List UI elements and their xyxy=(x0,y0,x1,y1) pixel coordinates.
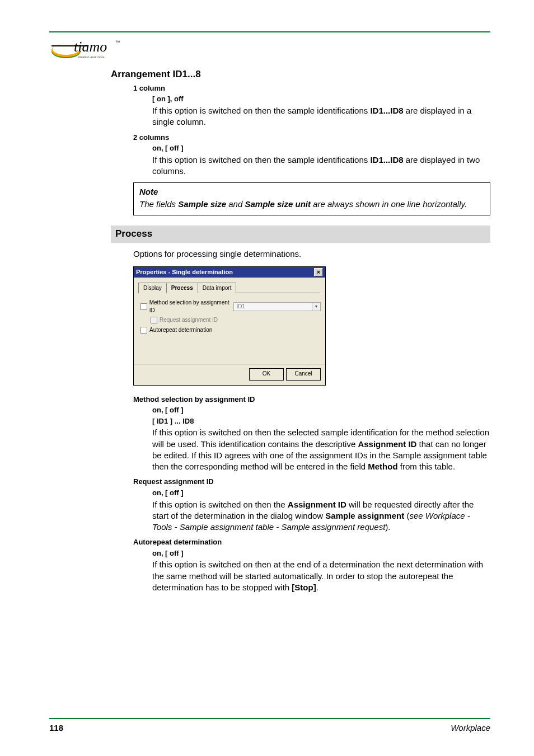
opt-1-column-body: If this option is switched on then the s… xyxy=(152,105,490,128)
note-bold: Sample size unit xyxy=(245,199,311,209)
close-icon[interactable]: × xyxy=(314,268,323,276)
checkbox-method-selection[interactable] xyxy=(140,303,147,310)
opt-msel-name: Method selection by assignment ID xyxy=(133,395,490,405)
opt-msel-range: [ ID1 ] ... ID8 xyxy=(152,416,490,426)
combo-value: ID1 xyxy=(236,303,245,309)
opt-req-state: on, [ off ] xyxy=(152,488,490,498)
page-footer: 118 Workplace xyxy=(49,718,490,734)
document-page: tiamo ™ titration and more Arrangement I… xyxy=(0,0,534,756)
note-box: Note The fields Sample size and Sample s… xyxy=(133,182,490,215)
chk-request-assignment-label: Request assignment ID xyxy=(160,316,218,324)
process-section-bar: Process xyxy=(111,226,490,243)
body-text: If this option is switched on then the xyxy=(152,500,288,509)
opt-1-column-state: [ on ], off xyxy=(152,94,490,104)
dialog-button-row: OK Cancel xyxy=(134,364,325,385)
tab-data-import[interactable]: Data import xyxy=(198,283,237,294)
dialog-titlebar: Properties - Single determination × xyxy=(134,267,325,278)
body-bold: Sample assignment xyxy=(325,511,404,520)
body-bold: Method xyxy=(368,462,397,471)
opt-2-columns-state: on, [ off ] xyxy=(152,143,490,153)
ok-button[interactable]: OK xyxy=(249,368,284,381)
note-part: and xyxy=(226,199,245,209)
opt-req-name: Request assignment ID xyxy=(133,477,490,487)
chevron-down-icon[interactable]: ▾ xyxy=(312,303,320,311)
logo-text: tiamo xyxy=(74,39,107,55)
footer-section-label: Workplace xyxy=(451,722,490,734)
opt-2-columns-body: If this option is switched on then the s… xyxy=(152,154,490,177)
chk-request-assignment-row: Request assignment ID xyxy=(151,316,321,324)
cancel-button[interactable]: Cancel xyxy=(286,368,321,381)
body-text: ). xyxy=(385,522,390,532)
tab-process[interactable]: Process xyxy=(166,283,198,294)
note-bold: Sample size xyxy=(178,199,226,209)
tab-display[interactable]: Display xyxy=(138,283,167,294)
note-part: are always shown in one line horizontall… xyxy=(311,199,467,209)
opt-msel-body: If this option is switched on then the s… xyxy=(152,427,490,472)
assignment-id-combo[interactable]: ID1 ▾ xyxy=(233,302,321,311)
chk-method-selection-row: Method selection by assignment ID ID1 ▾ xyxy=(140,299,321,314)
arrangement-content: 1 column [ on ], off If this option is s… xyxy=(133,83,490,215)
header-rule xyxy=(49,31,490,32)
tab-row: Display Process Data import xyxy=(138,282,321,294)
chk-autorepeat-row: Autorepeat determination xyxy=(140,326,321,334)
logo-tm: ™ xyxy=(115,40,120,45)
opt-msel-state: on, [ off ] xyxy=(152,405,490,415)
body-text: . xyxy=(316,583,318,592)
note-text: The fields Sample size and Sample size u… xyxy=(139,199,484,210)
body-bold: [Stop] xyxy=(292,583,316,592)
chk-autorepeat-label: Autorepeat determination xyxy=(149,326,212,334)
dialog-title: Properties - Single determination xyxy=(136,268,233,276)
opt-auto-state: on, [ off ] xyxy=(152,548,490,558)
body-bold: Assignment ID xyxy=(358,439,416,449)
logo-tagline: titration and more xyxy=(78,55,105,59)
body-bold: ID1...ID8 xyxy=(370,155,403,165)
dialog-body: Display Process Data import Method selec… xyxy=(134,278,325,364)
opt-auto-name: Autorepeat determination xyxy=(133,537,490,547)
opt-req-body: If this option is switched on then the A… xyxy=(152,499,490,533)
checkbox-autorepeat[interactable] xyxy=(140,327,147,334)
brand-logo: tiamo ™ titration and more xyxy=(49,35,490,60)
opt-auto-body: If this option is switched on then at th… xyxy=(152,559,490,593)
body-bold: Assignment ID xyxy=(288,500,346,509)
body-text: If this option is switched on then the s… xyxy=(152,155,370,165)
opt-2-columns-name: 2 columns xyxy=(133,133,490,143)
body-bold: ID1...ID8 xyxy=(370,106,403,115)
arrangement-heading: Arrangement ID1...8 xyxy=(111,68,490,81)
body-text: from this table. xyxy=(398,462,456,471)
note-heading: Note xyxy=(139,186,484,198)
process-options: Method selection by assignment ID on, [ … xyxy=(133,395,490,593)
page-number: 118 xyxy=(49,722,63,734)
properties-dialog: Properties - Single determination × Disp… xyxy=(133,266,326,386)
opt-1-column-name: 1 column xyxy=(133,83,490,93)
checkbox-request-assignment[interactable] xyxy=(151,317,157,323)
chk-method-selection-label: Method selection by assignment ID xyxy=(149,299,234,314)
note-part: The fields xyxy=(139,199,178,209)
process-intro: Options for processing single determinat… xyxy=(133,248,490,260)
body-text: If this option is switched on then the s… xyxy=(152,106,370,115)
